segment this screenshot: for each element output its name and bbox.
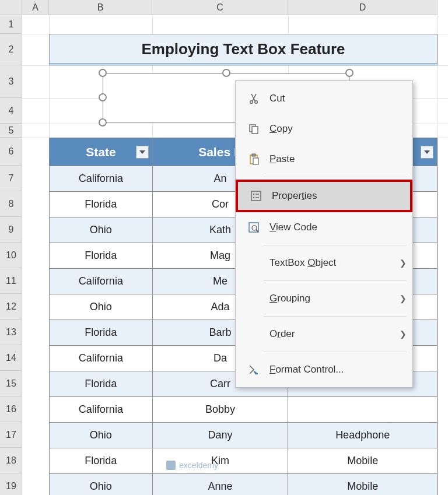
row-header-17[interactable]: 17: [0, 422, 22, 448]
chevron-right-icon: ❯: [400, 329, 407, 339]
menu-textbox-object[interactable]: TextBox Object ❯: [236, 248, 412, 278]
menu-order[interactable]: Order ❯: [236, 319, 412, 349]
copy-icon: [244, 123, 264, 135]
chevron-right-icon: ❯: [400, 294, 407, 303]
svg-rect-6: [253, 158, 258, 164]
table-row: FloridaKimMobile: [50, 448, 438, 474]
svg-point-1: [255, 101, 258, 104]
svg-point-8: [253, 194, 254, 195]
row-header-2[interactable]: 2: [0, 34, 22, 65]
row-header-14[interactable]: 14: [0, 345, 22, 371]
table-cell[interactable]: Dany: [152, 423, 288, 448]
row-header-7[interactable]: 7: [0, 166, 22, 191]
select-all-corner[interactable]: [0, 0, 22, 15]
table-cell[interactable]: Headphone: [288, 423, 438, 448]
page-title: Employing Text Box Feature: [49, 34, 438, 65]
table-cell[interactable]: Anne: [152, 474, 288, 496]
row-header-4[interactable]: 4: [0, 98, 22, 124]
table-cell[interactable]: California: [50, 166, 153, 192]
menu-format-control[interactable]: Format Control...: [236, 354, 412, 385]
format-control-icon: [244, 364, 264, 375]
svg-rect-5: [252, 154, 256, 156]
menu-separator: [264, 245, 407, 245]
menu-copy[interactable]: Copy: [236, 114, 412, 144]
menu-separator: [264, 316, 407, 317]
handle-bl[interactable]: [99, 118, 107, 127]
table-cell[interactable]: Mobile: [288, 448, 438, 474]
row-header-11[interactable]: 11: [0, 268, 22, 294]
svg-rect-3: [252, 127, 258, 134]
table-cell[interactable]: Bobby: [152, 397, 288, 423]
svg-rect-7: [251, 191, 261, 201]
menu-properties[interactable]: Properties: [236, 180, 412, 212]
table-cell[interactable]: Florida: [50, 448, 153, 474]
table-cell[interactable]: Ohio: [50, 217, 153, 243]
cut-icon: [244, 93, 264, 104]
svg-rect-15: [166, 461, 176, 470]
row-header-9[interactable]: 9: [0, 217, 22, 243]
menu-separator: [264, 352, 407, 352]
table-cell[interactable]: Ohio: [50, 423, 153, 448]
svg-point-10: [253, 197, 254, 198]
row-header-5[interactable]: 5: [0, 124, 22, 138]
filter-button-state[interactable]: [136, 146, 149, 159]
paste-icon: [244, 153, 264, 165]
handle-tc[interactable]: [222, 69, 230, 77]
row-header-13[interactable]: 13: [0, 320, 22, 345]
svg-point-13: [252, 226, 257, 230]
row-header-1[interactable]: 1: [0, 15, 22, 34]
svg-point-0: [250, 101, 253, 104]
col-header-b[interactable]: B: [49, 0, 152, 15]
row-header-15[interactable]: 15: [0, 371, 22, 396]
row-header-10[interactable]: 10: [0, 243, 22, 268]
table-row: CaliforniaBobby: [50, 397, 438, 423]
table-cell[interactable]: Florida: [50, 192, 153, 217]
row-header-19[interactable]: 19: [0, 473, 22, 495]
watermark: exceldemy: [165, 459, 218, 471]
table-cell[interactable]: Florida: [50, 243, 153, 269]
row-header-6[interactable]: 6: [0, 138, 22, 166]
menu-view-code[interactable]: View Code: [236, 212, 412, 243]
context-menu: Cut Copy Paste Properties View Code Text…: [235, 80, 413, 388]
table-header-state: State: [50, 138, 153, 166]
row-header-16[interactable]: 16: [0, 396, 22, 422]
column-headers: A B C D: [0, 0, 438, 15]
view-code-icon: [244, 222, 264, 233]
menu-separator: [264, 280, 407, 281]
menu-grouping[interactable]: Grouping ❯: [236, 283, 412, 314]
row-header-3[interactable]: 3: [0, 65, 22, 98]
table-cell[interactable]: Florida: [50, 371, 153, 397]
handle-tr[interactable]: [345, 69, 354, 77]
table-cell[interactable]: California: [50, 269, 153, 294]
filter-button-product[interactable]: [421, 146, 433, 159]
menu-paste[interactable]: Paste: [236, 144, 412, 174]
col-header-a[interactable]: A: [22, 0, 49, 15]
table-cell[interactable]: Ohio: [50, 474, 153, 496]
row-headers: 1 2 3 4 5 6 7 8 9 10 11 12 13 14 15 16 1…: [0, 15, 22, 495]
properties-icon: [246, 190, 266, 202]
table-cell[interactable]: Florida: [50, 320, 153, 346]
menu-separator: [264, 177, 407, 177]
handle-ml[interactable]: [99, 93, 107, 101]
table-cell[interactable]: [288, 397, 438, 423]
table-cell[interactable]: California: [50, 397, 153, 423]
table-row: OhioAnneMobile: [50, 474, 438, 496]
table-cell[interactable]: Ohio: [50, 294, 153, 320]
table-cell[interactable]: Mobile: [288, 474, 438, 496]
chevron-right-icon: ❯: [400, 258, 407, 268]
menu-cut[interactable]: Cut: [236, 83, 412, 114]
handle-tl[interactable]: [99, 69, 107, 77]
col-header-d[interactable]: D: [288, 0, 438, 15]
row-header-12[interactable]: 12: [0, 294, 22, 320]
table-row: OhioDanyHeadphone: [50, 423, 438, 448]
row-header-8[interactable]: 8: [0, 191, 22, 217]
col-header-c[interactable]: C: [152, 0, 288, 15]
table-cell[interactable]: California: [50, 346, 153, 371]
row-header-18[interactable]: 18: [0, 448, 22, 473]
